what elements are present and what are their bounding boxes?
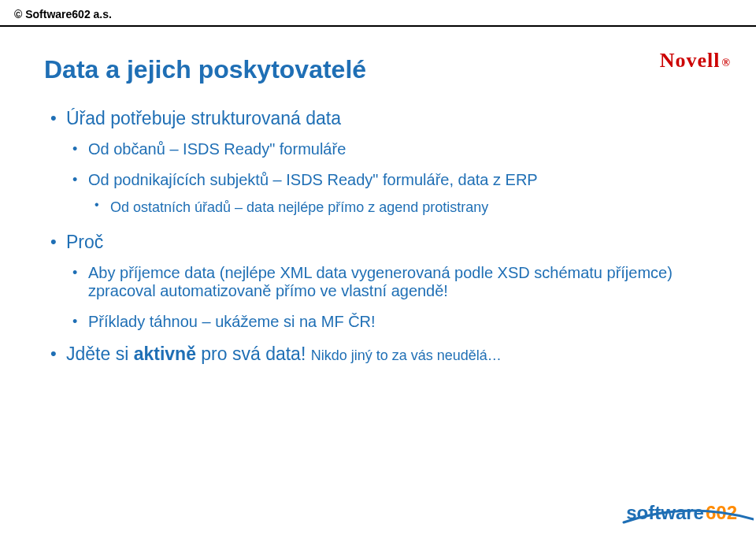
- bullet-2-1: Aby příjemce data (nejlépe XML data vyge…: [66, 264, 712, 300]
- bullet-3-prefix: Jděte si: [66, 344, 134, 364]
- bullet-1-sublist: Od občanů – ISDS Ready" formuláře Od pod…: [66, 140, 712, 219]
- footer-brand-a: software: [626, 502, 704, 523]
- copyright-text: © Software602 a.s.: [14, 8, 112, 20]
- bullet-2-2-label: Příklady táhnou – ukážeme si na MF ČR!: [88, 313, 376, 330]
- novell-dot-icon: ®: [722, 57, 731, 69]
- bullet-2-1-label: Aby příjemce data (nejlépe XML data vyge…: [88, 264, 673, 299]
- footer-brand-num: 602: [704, 502, 739, 523]
- bullet-1-2-sublist: Od ostatních úřadů – data nejlépe přímo …: [88, 197, 712, 219]
- bullet-3-bold: aktivně: [134, 344, 196, 364]
- bullet-3: Jděte si aktivně pro svá data! Nikdo jin…: [44, 344, 712, 365]
- bullet-1: Úřad potřebuje strukturovaná data Od obč…: [44, 108, 712, 219]
- bullet-3-label: Jděte si aktivně pro svá data! Nikdo jin…: [66, 344, 502, 364]
- bullet-1-2: Od podnikajících subjektů – ISDS Ready" …: [66, 171, 712, 219]
- bullet-2-2: Příklady táhnou – ukážeme si na MF ČR!: [66, 313, 712, 331]
- bullet-3-mid: pro svá data!: [196, 344, 311, 364]
- bullet-1-1-label: Od občanů – ISDS Ready" formuláře: [88, 140, 346, 158]
- footer-logo: software602: [626, 502, 739, 524]
- bullet-2-sublist: Aby příjemce data (nejlépe XML data vyge…: [66, 264, 712, 331]
- bullet-1-1: Od občanů – ISDS Ready" formuláře: [66, 140, 712, 158]
- bullet-1-2-1-label: Od ostatních úřadů – data nejlépe přímo …: [110, 199, 488, 215]
- bullet-1-2-1: Od ostatních úřadů – data nejlépe přímo …: [88, 197, 712, 219]
- slide-title: Data a jejich poskytovatelé: [44, 55, 712, 84]
- bullet-2-label: Proč: [66, 232, 103, 252]
- bullet-list: Úřad potřebuje strukturovaná data Od obč…: [44, 108, 712, 365]
- slide-content: Data a jejich poskytovatelé Úřad potřebu…: [44, 47, 712, 373]
- footer-brand: software602: [626, 502, 739, 523]
- header-divider: [0, 25, 756, 27]
- bullet-1-2-label: Od podnikajících subjektů – ISDS Ready" …: [88, 171, 538, 188]
- bullet-1-label: Úřad potřebuje strukturovaná data: [66, 108, 341, 128]
- bullet-3-suffix: Nikdo jiný to za vás neudělá…: [311, 347, 502, 363]
- bullet-2: Proč Aby příjemce data (nejlépe XML data…: [44, 232, 712, 331]
